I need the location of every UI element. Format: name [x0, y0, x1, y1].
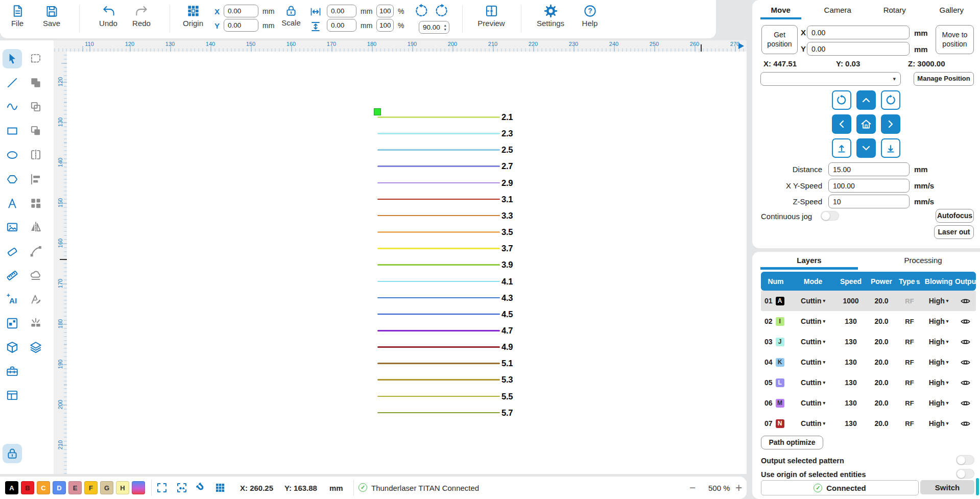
- design-line-2.1[interactable]: [377, 116, 500, 118]
- tool-node-edit[interactable]: [26, 242, 45, 261]
- layer-mode-select[interactable]: Cuttin▾: [791, 399, 835, 407]
- design-line-5.5[interactable]: [377, 396, 500, 397]
- design-line-3.3[interactable]: [377, 215, 500, 217]
- frame-trace-icon[interactable]: [156, 482, 168, 494]
- design-line-4.1[interactable]: [377, 281, 500, 282]
- fit-selection-icon[interactable]: [176, 482, 188, 494]
- color-swatch-gradient[interactable]: [132, 481, 145, 494]
- tool-lasso[interactable]: [26, 49, 45, 68]
- tab-camera[interactable]: Camera: [818, 0, 858, 19]
- layer-blowing-select[interactable]: High▾: [922, 419, 955, 427]
- tool-align[interactable]: [26, 170, 45, 189]
- settings-button[interactable]: Settings: [534, 4, 567, 27]
- column-header-output[interactable]: Output: [955, 277, 976, 286]
- z-speed-input[interactable]: [828, 195, 910, 208]
- save-button[interactable]: Save: [39, 4, 64, 27]
- undo-button[interactable]: Undo: [95, 4, 122, 27]
- layer-output-eye-icon[interactable]: [955, 418, 976, 429]
- layer-mode-select[interactable]: Cuttin▾: [791, 338, 835, 346]
- layer-output-eye-icon[interactable]: [955, 337, 976, 347]
- design-line-2.7[interactable]: [377, 165, 500, 167]
- autofocus-button[interactable]: Autofocus: [936, 209, 974, 223]
- tool-ellipse[interactable]: [3, 145, 22, 164]
- design-line-label-3.5[interactable]: 3.5: [501, 228, 513, 236]
- design-line-label-3.9[interactable]: 3.9: [501, 260, 513, 269]
- layer-mode-select[interactable]: Cuttin▾: [791, 419, 835, 427]
- layer-mode-select[interactable]: Cuttin▾: [791, 378, 835, 387]
- jog-right-button[interactable]: [881, 114, 900, 134]
- tool-image[interactable]: [3, 218, 22, 237]
- column-header-blowing[interactable]: Blowing: [922, 277, 955, 286]
- switch-button[interactable]: Switch: [920, 480, 974, 494]
- help-button[interactable]: ? Help: [578, 4, 602, 27]
- jog-rotate-cw-button[interactable]: [881, 90, 900, 110]
- tool-stamp[interactable]: [26, 266, 45, 285]
- design-line-2.9[interactable]: [377, 182, 500, 184]
- design-line-label-2.7[interactable]: 2.7: [501, 162, 513, 171]
- origin-y-input[interactable]: [224, 19, 258, 32]
- tool-measure[interactable]: [3, 266, 22, 285]
- layer-blowing-select[interactable]: High▾: [922, 297, 955, 305]
- design-line-label-5.1[interactable]: 5.1: [501, 359, 513, 368]
- tool-break-apart[interactable]: [26, 314, 45, 333]
- move-y-input[interactable]: [807, 42, 910, 56]
- design-line-3.5[interactable]: [377, 231, 500, 233]
- width-input[interactable]: [327, 5, 356, 17]
- layer-output-eye-icon[interactable]: [955, 377, 976, 388]
- color-swatch-F[interactable]: F: [84, 481, 98, 494]
- layer-blowing-select[interactable]: High▾: [922, 378, 955, 387]
- get-position-button[interactable]: Get position: [761, 25, 798, 54]
- layer-row-04[interactable]: 04KCuttin▾13020.0RFHigh▾: [761, 352, 976, 372]
- tool-eraser[interactable]: [3, 242, 22, 261]
- color-swatch-G[interactable]: G: [100, 481, 113, 494]
- zoom-out-button[interactable]: −: [689, 482, 696, 493]
- layer-row-03[interactable]: 03JCuttin▾13020.0RFHigh▾: [761, 331, 976, 352]
- tool-intersect[interactable]: [26, 121, 45, 140]
- file-button[interactable]: File: [5, 4, 30, 27]
- color-swatch-H[interactable]: H: [116, 481, 129, 494]
- z-down-button[interactable]: [881, 138, 900, 158]
- tab-gallery[interactable]: Gallery: [931, 0, 972, 19]
- layer-output-eye-icon[interactable]: [955, 398, 976, 409]
- design-line-3.7[interactable]: [377, 248, 500, 249]
- design-line-label-3.7[interactable]: 3.7: [501, 244, 513, 253]
- jog-up-button[interactable]: [856, 90, 876, 110]
- design-line-label-2.5[interactable]: 2.5: [501, 146, 513, 154]
- color-swatch-E[interactable]: E: [68, 481, 82, 494]
- layer-color-chip[interactable]: L: [776, 378, 784, 387]
- column-header-speed[interactable]: Speed: [835, 277, 866, 286]
- design-line-label-4.9[interactable]: 4.9: [501, 343, 513, 351]
- origin-button[interactable]: Origin: [179, 4, 207, 27]
- design-line-5.7[interactable]: [377, 412, 500, 414]
- tool-union[interactable]: [26, 73, 45, 92]
- jog-rotate-ccw-button[interactable]: [832, 90, 851, 110]
- jog-left-button[interactable]: [832, 114, 851, 134]
- layer-mode-select[interactable]: Cuttin▾: [791, 297, 835, 305]
- design-line-label-2.3[interactable]: 2.3: [501, 129, 513, 138]
- tool-nest[interactable]: [3, 314, 22, 333]
- layer-blowing-select[interactable]: High▾: [922, 399, 955, 407]
- tool-box[interactable]: [3, 338, 22, 357]
- design-line-label-3.3[interactable]: 3.3: [501, 211, 513, 220]
- output-selected-toggle[interactable]: [956, 455, 974, 465]
- column-header-num[interactable]: Num: [761, 277, 791, 286]
- design-line-4.9[interactable]: [377, 346, 500, 348]
- height-input[interactable]: [327, 19, 356, 32]
- design-line-label-2.9[interactable]: 2.9: [501, 179, 513, 187]
- column-header-type[interactable]: Type⇅: [897, 277, 922, 286]
- layer-output-eye-icon[interactable]: [955, 296, 976, 306]
- layer-output-eye-icon[interactable]: [955, 316, 976, 327]
- tool-ai[interactable]: AI: [3, 290, 22, 309]
- stepper-arrows-icon[interactable]: ▲▼: [444, 23, 447, 31]
- layer-blowing-select[interactable]: High▾: [922, 338, 955, 346]
- layer-row-07[interactable]: 07NCuttin▾13020.0RFHigh▾: [761, 413, 976, 434]
- tool-layout[interactable]: [3, 386, 22, 405]
- layer-color-chip[interactable]: K: [776, 358, 784, 367]
- tool-curve[interactable]: [3, 97, 22, 116]
- tool-mirror[interactable]: [26, 218, 45, 237]
- height-percent-input[interactable]: [376, 19, 394, 32]
- origin-x-input[interactable]: [224, 5, 258, 17]
- tool-line[interactable]: [3, 73, 22, 92]
- layer-mode-select[interactable]: Cuttin▾: [791, 358, 835, 366]
- tool-split[interactable]: [26, 145, 45, 164]
